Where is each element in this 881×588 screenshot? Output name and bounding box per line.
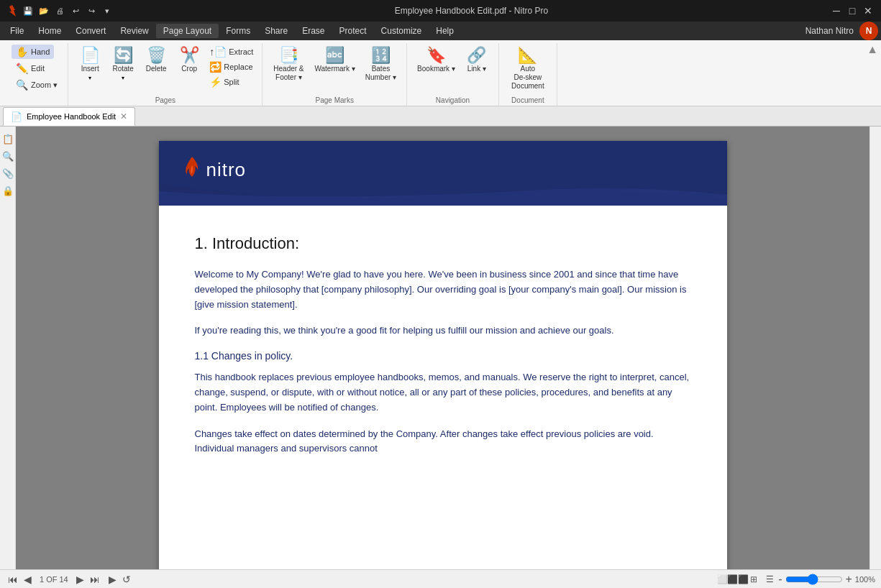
view-grid-icon[interactable]: ⊞: [747, 572, 761, 587]
hand-mode-button[interactable]: ✋ Hand: [12, 45, 54, 59]
minimize-button[interactable]: ─: [829, 4, 844, 18]
tab-close-button[interactable]: ✕: [120, 111, 127, 121]
ribbon-group-pages: 📄 Insert ▾ 🔄 Rotate ▾ 🗑️ Delete ✂️: [68, 43, 263, 106]
header-footer-icon: 📑: [279, 47, 298, 63]
delete-button[interactable]: 🗑️ Delete: [140, 45, 172, 76]
title-bar: 💾 📂 🖨 ↩ ↪ ▾ Employee Handbook Edit.pdf -…: [0, 0, 881, 22]
section-heading-2: 1.1 Changes in policy.: [195, 350, 691, 362]
document-tab[interactable]: 📄 Employee Handbook Edit ✕: [3, 107, 135, 126]
crop-icon: ✂️: [180, 47, 199, 63]
loop-button[interactable]: ↺: [120, 574, 133, 585]
page-indicator: 1 OF 14: [35, 575, 73, 584]
rotate-button[interactable]: 🔄 Rotate ▾: [107, 45, 139, 84]
delete-icon: 🗑️: [147, 47, 166, 63]
menu-review[interactable]: Review: [113, 24, 155, 38]
zoom-mode-button[interactable]: 🔍 Zoom ▾: [12, 78, 62, 92]
sidebar-tool-1[interactable]: 📋: [1, 132, 14, 145]
page-marks-group-label: Page Marks: [316, 93, 354, 104]
menu-erase[interactable]: Erase: [295, 24, 332, 38]
zoom-in-button[interactable]: +: [846, 573, 852, 586]
qa-print[interactable]: 🖨: [53, 4, 66, 17]
link-icon: 🔗: [467, 47, 486, 63]
sidebar-tool-2[interactable]: 🔍: [1, 150, 14, 162]
document-area[interactable]: nitro 1. Introduction: Welcome to My Com…: [16, 127, 869, 569]
insert-icon: 📄: [81, 47, 100, 63]
qa-undo[interactable]: ↩: [69, 4, 82, 17]
last-page-button[interactable]: ⏭: [88, 574, 102, 585]
svg-marker-0: [9, 5, 16, 17]
nitro-flame-icon: [181, 155, 204, 184]
menu-customize[interactable]: Customize: [374, 24, 429, 38]
rotate-icon: 🔄: [114, 47, 133, 63]
pages-group-label: Pages: [155, 93, 175, 104]
pdf-content: 1. Introduction: Welcome to My Company! …: [159, 206, 727, 497]
qa-more[interactable]: ▾: [101, 4, 114, 17]
ribbon-group-mode: ✋ Hand ✏️ Edit 🔍 Zoom ▾: [6, 43, 68, 106]
pdf-page: nitro 1. Introduction: Welcome to My Com…: [159, 141, 727, 569]
user-name: Nathan Nitro: [805, 26, 854, 36]
replace-icon: 🔁: [209, 61, 222, 73]
paragraph-1: Welcome to My Company! We're glad to hav…: [195, 267, 691, 312]
menu-help[interactable]: Help: [429, 24, 461, 38]
play-button[interactable]: ▶: [106, 574, 119, 585]
crop-button[interactable]: ✂️ Crop: [173, 45, 205, 76]
extract-icon: ↑📄: [209, 46, 227, 58]
qa-save[interactable]: 💾: [22, 4, 35, 17]
vertical-scrollbar[interactable]: [869, 127, 881, 569]
link-button[interactable]: 🔗 Link ▾: [461, 45, 493, 76]
maximize-button[interactable]: □: [845, 4, 859, 18]
menu-convert[interactable]: Convert: [68, 24, 113, 38]
main-area: 📋 🔍 📎 🔒 nitro: [0, 127, 881, 569]
paragraph-if-reading: If you're reading this, we think you're …: [195, 323, 691, 339]
extract-button[interactable]: ↑📄 Extract: [206, 45, 256, 59]
nitro-brand-text: nitro: [206, 159, 247, 181]
section-heading-1: 1. Introduction:: [195, 234, 691, 253]
prev-page-button[interactable]: ◀: [22, 574, 34, 585]
tab-bar: 📄 Employee Handbook Edit ✕: [0, 106, 881, 127]
watermark-button[interactable]: 🔤 Watermark ▾: [310, 45, 359, 76]
bates-number-button[interactable]: 🔢 BatesNumber ▾: [361, 45, 401, 85]
play-controls: ▶ ↺: [106, 574, 133, 585]
sidebar-tool-3[interactable]: 📎: [1, 167, 14, 180]
zoom-slider[interactable]: [785, 574, 843, 585]
window-title: Employee Handbook Edit.pdf - Nitro Pro: [114, 6, 829, 16]
qa-open[interactable]: 📂: [37, 4, 50, 17]
qa-redo[interactable]: ↪: [85, 4, 98, 17]
split-button[interactable]: ⚡ Split: [206, 75, 256, 89]
zoom-out-button[interactable]: -: [778, 573, 782, 586]
insert-button[interactable]: 📄 Insert ▾: [74, 45, 106, 84]
first-page-button[interactable]: ⏮: [6, 574, 20, 585]
menu-page-layout[interactable]: Page Layout: [156, 24, 219, 38]
ribbon: ✋ Hand ✏️ Edit 🔍 Zoom ▾ 📄 Insert: [0, 40, 881, 106]
tab-label: Employee Handbook Edit: [27, 112, 116, 121]
header-footer-button[interactable]: 📑 Header &Footer ▾: [268, 45, 309, 85]
bookmark-button[interactable]: 🔖 Bookmark ▾: [413, 45, 460, 76]
close-button[interactable]: ✕: [861, 4, 875, 18]
bookmark-icon: 🔖: [426, 47, 446, 63]
tab-icon: 📄: [11, 111, 22, 122]
nitro-logo: nitro: [181, 155, 247, 184]
ribbon-group-navigation: 🔖 Bookmark ▾ 🔗 Link ▾ Navigation: [407, 43, 499, 106]
menu-forms[interactable]: Forms: [219, 24, 257, 38]
next-page-button[interactable]: ▶: [74, 574, 86, 585]
auto-deskew-button[interactable]: 📐 AutoDe-skewDocument: [505, 45, 551, 93]
ribbon-collapse-arrow[interactable]: ▲: [867, 43, 878, 56]
deskew-icon: 📐: [518, 47, 537, 63]
menu-file[interactable]: File: [3, 24, 31, 38]
menu-home[interactable]: Home: [31, 24, 68, 38]
replace-button[interactable]: 🔁 Replace: [206, 60, 256, 74]
edit-mode-button[interactable]: ✏️ Edit: [12, 61, 49, 75]
hand-icon: ✋: [16, 46, 28, 58]
menu-share[interactable]: Share: [257, 24, 295, 38]
bates-icon: 🔢: [371, 47, 391, 63]
zoom-percentage: 100%: [855, 575, 875, 584]
extract-replace-split-group: ↑📄 Extract 🔁 Replace ⚡ Split: [206, 45, 256, 89]
sidebar-tool-4[interactable]: 🔒: [1, 184, 14, 197]
user-avatar[interactable]: N: [859, 22, 878, 40]
ribbon-group-pagemarks: 📑 Header &Footer ▾ 🔤 Watermark ▾ 🔢 Bates…: [263, 43, 407, 106]
view-two-page-icon[interactable]: ⬛⬛: [731, 572, 745, 587]
view-scroll-icon[interactable]: ☰: [762, 572, 777, 587]
menu-protect[interactable]: Protect: [332, 24, 374, 38]
header-wave: [159, 184, 727, 206]
view-controls: ⬜ ⬛⬛ ⊞ ☰ - + 100%: [715, 572, 875, 587]
